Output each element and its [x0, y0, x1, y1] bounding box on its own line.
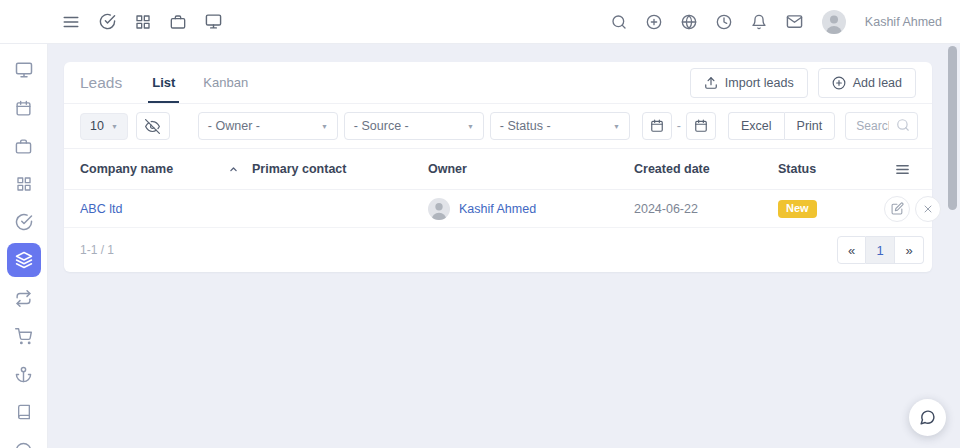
import-leads-button[interactable]: Import leads	[690, 68, 808, 98]
source-filter-select[interactable]: - Source - ▼	[344, 112, 484, 140]
filter-toolbar: 10 ▼ - Owner - ▼ - Source - ▼ - Status -…	[64, 104, 932, 148]
sidebar-item-leads[interactable]	[5, 241, 43, 279]
monitor-icon	[7, 53, 41, 87]
cell-owner: Kashif Ahmed	[428, 198, 634, 220]
print-button[interactable]: Print	[784, 112, 836, 140]
header-actions: Import leads Add lead	[690, 68, 916, 98]
edit-row-button[interactable]	[884, 196, 910, 222]
owner-filter-select[interactable]: - Owner - ▼	[198, 112, 338, 140]
table-row: ABC ltd Kashif Ahmed 2024-06-22 New	[64, 190, 932, 228]
apps-grid-icon[interactable]	[135, 14, 151, 30]
owner-link[interactable]: Kashif Ahmed	[459, 202, 536, 216]
cell-actions	[884, 196, 941, 222]
column-label: Company name	[80, 162, 173, 176]
pagination-prev-button[interactable]: «	[837, 236, 866, 264]
export-button-group: Excel Print	[728, 112, 835, 140]
sidebar-item-quotes[interactable]	[5, 317, 43, 355]
column-label: Primary contact	[252, 162, 346, 176]
sidebar	[0, 44, 48, 448]
column-header-company-name[interactable]: Company name	[80, 162, 252, 176]
list-menu-icon[interactable]	[895, 162, 910, 177]
chat-button[interactable]	[909, 399, 946, 436]
results-range: 1-1 / 1	[80, 243, 114, 257]
export-excel-button[interactable]: Excel	[728, 112, 784, 140]
sidebar-item-activities[interactable]	[5, 203, 43, 241]
chevron-down-icon: ▼	[111, 123, 118, 130]
status-filter-select[interactable]: - Status - ▼	[490, 112, 630, 140]
scrollbar-thumb[interactable]	[948, 46, 957, 210]
calendar-icon	[694, 119, 708, 133]
history-clock-icon[interactable]	[716, 14, 732, 30]
company-link[interactable]: ABC ltd	[80, 202, 122, 216]
search-box	[845, 112, 918, 140]
check-circle-icon	[7, 205, 41, 239]
import-leads-label: Import leads	[725, 76, 794, 90]
per-page-select[interactable]: 10 ▼	[80, 113, 128, 140]
menu-toggle-icon[interactable]	[62, 13, 80, 31]
notifications-bell-icon[interactable]	[751, 14, 767, 30]
sidebar-item-anchor[interactable]	[5, 355, 43, 393]
column-label: Status	[778, 162, 816, 176]
search-icon[interactable]	[611, 14, 627, 30]
grid-icon	[7, 167, 41, 201]
cart-icon	[7, 319, 41, 353]
status-filter-value: - Status -	[500, 119, 551, 133]
status-badge: New	[778, 200, 817, 218]
repeat-icon	[7, 281, 41, 315]
date-from-button[interactable]	[642, 112, 672, 140]
calendar-icon	[650, 119, 664, 133]
column-header-created-date[interactable]: Created date	[634, 162, 778, 176]
chevron-down-icon: ▼	[321, 123, 328, 130]
column-header-owner[interactable]: Owner	[428, 162, 634, 176]
main-content: Leads List Kanban Import leads Add lead …	[48, 44, 960, 448]
sidebar-item-workflows[interactable]	[5, 279, 43, 317]
sidebar-item-settings[interactable]	[5, 431, 43, 448]
add-lead-label: Add lead	[853, 76, 902, 90]
chat-bubble-icon	[919, 409, 936, 426]
date-to-button[interactable]	[686, 112, 716, 140]
sidebar-item-contacts[interactable]	[5, 393, 43, 431]
table-header-row: Company name Primary contact Owner Creat…	[64, 148, 932, 190]
toggle-columns-button[interactable]	[136, 112, 170, 140]
owner-filter-value: - Owner -	[208, 119, 260, 133]
column-label: Created date	[634, 162, 710, 176]
activities-icon[interactable]	[99, 13, 116, 30]
circle-icon	[7, 433, 41, 448]
upload-icon	[704, 76, 718, 90]
monitor-icon[interactable]	[205, 13, 222, 30]
cell-company-name: ABC ltd	[80, 202, 252, 216]
cell-status: New	[778, 200, 884, 218]
tab-list[interactable]: List	[152, 62, 175, 103]
briefcase-icon	[7, 129, 41, 163]
eye-off-icon	[145, 119, 160, 134]
search-icon	[896, 118, 910, 132]
tab-kanban[interactable]: Kanban	[203, 62, 248, 103]
briefcase-icon[interactable]	[170, 14, 186, 30]
column-header-status[interactable]: Status	[778, 162, 884, 176]
sidebar-item-apps[interactable]	[5, 165, 43, 203]
pagination-page-1[interactable]: 1	[866, 236, 895, 264]
sidebar-item-dashboard[interactable]	[5, 51, 43, 89]
owner-avatar	[428, 198, 450, 220]
delete-row-button[interactable]	[915, 196, 941, 222]
sidebar-item-calendar[interactable]	[5, 89, 43, 127]
layers-icon	[7, 243, 41, 277]
sort-asc-icon[interactable]	[229, 165, 238, 174]
add-lead-button[interactable]: Add lead	[818, 68, 916, 98]
date-range-separator: -	[677, 119, 681, 133]
column-header-primary-contact[interactable]: Primary contact	[252, 162, 428, 176]
topbar-right-icons: Kashif Ahmed	[611, 10, 942, 34]
page-title: Leads	[80, 74, 122, 92]
edit-pencil-icon	[891, 202, 904, 215]
leads-card: Leads List Kanban Import leads Add lead …	[64, 62, 932, 272]
plus-circle-icon	[832, 76, 846, 90]
column-label: Owner	[428, 162, 467, 176]
user-avatar[interactable]	[822, 10, 846, 34]
globe-icon[interactable]	[681, 14, 697, 30]
sidebar-item-products[interactable]	[5, 127, 43, 165]
user-name[interactable]: Kashif Ahmed	[865, 15, 942, 29]
pagination-next-button[interactable]: »	[895, 236, 924, 264]
mail-icon[interactable]	[786, 13, 803, 30]
quick-add-icon[interactable]	[646, 14, 662, 30]
top-bar: Kashif Ahmed	[0, 0, 960, 44]
